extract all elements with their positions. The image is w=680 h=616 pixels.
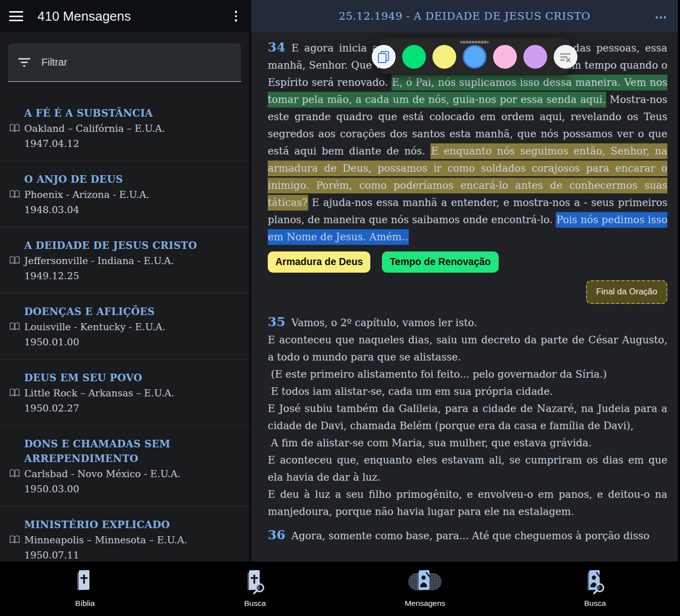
highlight-purple-button[interactable] [523,45,547,69]
message-item-title: DEUS EM SEU POVO [24,371,241,385]
message-list-item[interactable]: A FÉ É A SUBSTÂNCIAOakland – Califórnia … [0,95,249,161]
sidebar-header: 410 Mensagens [0,0,249,32]
bible-verse-line: (E este primeiro alistamento foi feito..… [268,366,667,383]
highlight-pink-button[interactable] [493,45,517,69]
nav-tab-bblia[interactable]: Bíblia [0,561,170,616]
overflow-menu-icon[interactable] [232,9,240,24]
message-list-item[interactable]: DEUS EM SEU POVOLittle Rock – Arkansas –… [0,360,249,426]
open-book-icon [9,322,20,331]
prayer-end-row: Final da Oração [268,280,667,304]
message-item-title: A FÉ É A SUBSTÂNCIA [24,106,241,121]
paragraph-text: Agora, somente como base, para... Até qu… [292,530,650,542]
paragraph-text: Vamos, o 2º capítulo, vamos ler isto. [292,317,477,329]
bible-search-icon [245,569,266,594]
bottom-navigation: BíbliaBuscaMensagensBusca [0,561,680,616]
verse-number: 36 [268,528,292,542]
highlight-green-button[interactable] [402,45,426,69]
open-book-icon [9,190,20,199]
filter-icon [18,58,30,67]
message-list-item[interactable]: MINISTÉRIO EXPLICADOMinneapolis – Minnes… [0,506,249,561]
nav-tab-label: Busca [244,599,266,608]
message-item-date: 1950.02.27 [24,400,241,416]
nav-tab-busca[interactable]: Busca [170,561,341,616]
drag-handle[interactable] [460,41,489,43]
nav-tab-label: Busca [584,599,606,608]
messages-book-icon [414,569,435,594]
highlight-toolbar [379,38,570,74]
open-book-icon [9,388,20,397]
highlight-yellow-button[interactable] [432,45,456,69]
message-item-location: Louisville - Kentucky - E.U.A. [24,319,241,334]
message-item-date: 1947.04.12 [24,136,241,151]
nav-tab-mensagens[interactable]: Mensagens [340,561,510,616]
nav-tab-busca[interactable]: Busca [510,561,680,616]
message-item-date: 1950.01.00 [24,334,241,349]
prayer-end-button[interactable]: Final da Oração [586,280,667,304]
tag-chip[interactable]: Tempo de Renovação [382,251,498,273]
message-item-date: 1949.12.25 [24,268,241,283]
bible-verse-line: E aconteceu que naqueles dias, saiu um d… [268,331,667,366]
message-list-item[interactable]: A DEIDADE DE JESUS CRISTOJeffersonville … [0,227,249,293]
bible-icon [74,569,95,594]
message-item-location: Little Rock – Arkansas – E.U.A. [24,385,241,400]
paragraph: 35Vamos, o 2º capítulo, vamos ler isto. [268,314,667,331]
message-reader-pane: 25.12.1949 - A DEIDADE DE JESUS CRISTO 3… [251,0,678,561]
messages-search-icon [585,569,606,594]
messages-sidebar: 410 Mensagens A FÉ É A SUBSTÂNCIAOakland… [0,0,251,561]
nav-tab-label: Bíblia [75,599,95,608]
message-list-item[interactable]: DONS E CHAMADAS SEM ARREPENDIMENTOCarlsb… [0,426,249,506]
open-book-icon [9,469,20,478]
message-item-location: Oakland – Califórnia – E.U.A. [24,121,241,136]
message-item-location: Carlsbad - Novo México - E.U.A. [24,466,241,481]
filter-input[interactable] [41,57,231,68]
message-item-date: 1950.03.00 [24,481,241,496]
reader-header: 25.12.1949 - A DEIDADE DE JESUS CRISTO [251,0,678,32]
clear-format-icon [559,52,571,63]
tag-chip[interactable]: Armadura de Deus [268,251,370,273]
message-item-title: MINISTÉRIO EXPLICADO [24,518,241,532]
message-item-title: O ANJO DE DEUS [24,172,241,187]
message-list-item[interactable]: O ANJO DE DEUSPhoenix - Arizona - E.U.A.… [0,161,249,227]
message-content: 34E agora inicia a chegar-Te aos coraçõe… [251,32,678,544]
clear-highlight-button[interactable] [554,45,577,69]
message-item-title: DONS E CHAMADAS SEM ARREPENDIMENTO [24,437,241,466]
nav-tab-label: Mensagens [405,599,445,608]
app-window: 410 Mensagens A FÉ É A SUBSTÂNCIAOakland… [0,0,680,561]
bible-verse-line: E todos iam alistar-se, cada um em sua p… [268,383,667,400]
reader-overflow-menu-icon[interactable] [654,14,668,21]
message-item-date: 1950.07.11 [24,547,241,561]
sidebar-title: 410 Mensagens [37,9,232,24]
tags-row: Armadura de DeusTempo de Renovação [268,251,667,273]
bible-verse-line: E aconteceu que, enquanto eles estavam a… [268,451,667,486]
paragraph: 36Agora, somente como base, para... Até … [268,527,667,544]
message-item-location: Minneapolis – Minnesota – E.U.A. [24,532,241,547]
message-list-item[interactable]: DOENÇAS E AFLIÇÕESLouisville - Kentucky … [0,293,249,360]
bible-verse-line: E deu à luz a seu filho primogênito, e e… [268,486,667,520]
bible-verse-line: A fim de alistar-se com Maria, sua mulhe… [268,434,667,451]
open-book-icon [9,256,20,265]
verse-number: 35 [268,315,292,329]
verse-number: 34 [268,40,292,55]
filter-field[interactable] [8,43,241,82]
message-item-date: 1948.03.04 [24,202,241,217]
copy-icon [378,51,389,63]
open-book-icon [9,535,20,544]
message-item-location: Jeffersonville - Indiana - E.U.A. [24,253,241,268]
messages-list: A FÉ É A SUBSTÂNCIAOakland – Califórnia … [0,95,249,561]
copy-button[interactable] [372,45,396,69]
message-item-location: Phoenix - Arizona - E.U.A. [24,187,241,202]
bible-verse-line: E José subiu também da Galileia, para a … [268,400,667,434]
highlight-blue-button[interactable] [463,45,487,69]
message-item-title: A DEIDADE DE JESUS CRISTO [24,238,241,253]
message-item-title: DOENÇAS E AFLIÇÕES [24,304,241,319]
menu-icon[interactable] [9,11,23,21]
message-title: 25.12.1949 - A DEIDADE DE JESUS CRISTO [338,10,590,22]
open-book-icon [9,124,20,133]
